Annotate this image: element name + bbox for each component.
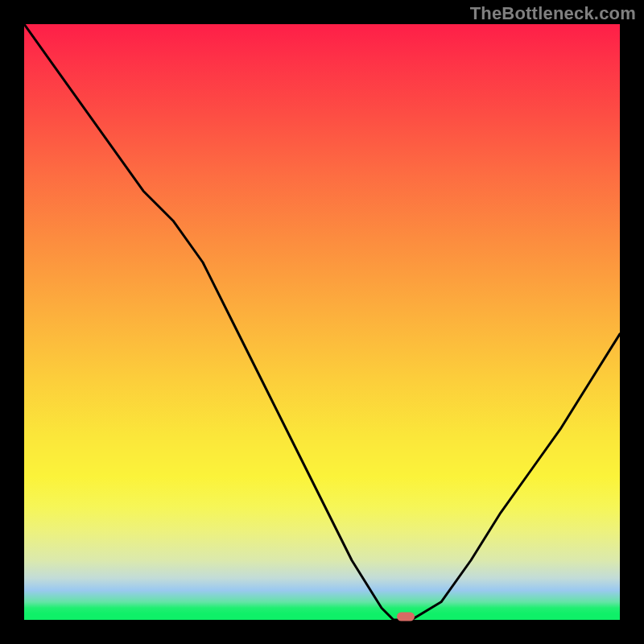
optimal-point-marker [397, 613, 415, 621]
attribution-label: TheBottleneck.com [470, 3, 636, 24]
curve-svg [24, 24, 620, 620]
bottleneck-curve-path [24, 24, 620, 620]
plot-area [24, 24, 620, 620]
chart-frame: TheBottleneck.com [0, 0, 644, 644]
